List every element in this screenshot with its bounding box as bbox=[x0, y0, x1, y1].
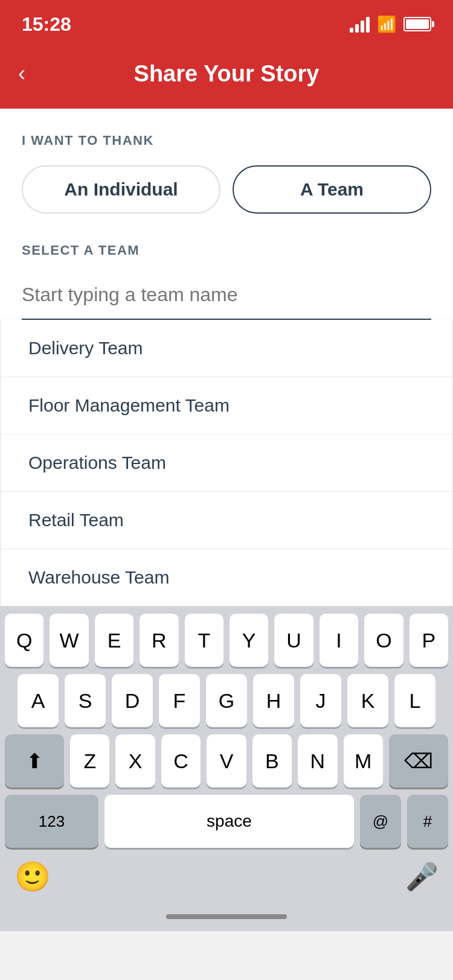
key-l[interactable]: L bbox=[394, 674, 435, 727]
select-team-section: SELECT A TEAM bbox=[22, 243, 431, 320]
status-icons: 📶 bbox=[350, 15, 431, 34]
keyboard-row-4: 123 space @ # bbox=[5, 795, 448, 848]
home-bar bbox=[166, 914, 287, 919]
thank-toggle-group: An Individual A Team bbox=[22, 165, 431, 214]
keyboard: Q W E R T Y U I O P A S D F G H J K L ⬆ … bbox=[0, 606, 453, 908]
main-content: I WANT TO THANK An Individual A Team SEL… bbox=[0, 109, 453, 606]
key-v[interactable]: V bbox=[207, 734, 246, 788]
at-key[interactable]: @ bbox=[360, 795, 401, 848]
team-button[interactable]: A Team bbox=[233, 165, 431, 214]
mic-button[interactable]: 🎤 bbox=[405, 861, 439, 892]
key-f[interactable]: F bbox=[159, 674, 200, 727]
select-team-label: SELECT A TEAM bbox=[22, 243, 431, 258]
backspace-key[interactable]: ⌫ bbox=[389, 734, 448, 788]
team-option-warehouse[interactable]: Warehouse Team bbox=[1, 549, 452, 606]
page-title: Share Your Story bbox=[134, 61, 320, 87]
key-c[interactable]: C bbox=[161, 734, 201, 788]
key-k[interactable]: K bbox=[347, 674, 388, 727]
key-d[interactable]: D bbox=[112, 674, 153, 727]
key-h[interactable]: H bbox=[253, 674, 294, 727]
keyboard-row-2: A S D F G H J K L bbox=[5, 674, 448, 727]
key-j[interactable]: J bbox=[300, 674, 341, 727]
key-n[interactable]: N bbox=[298, 734, 337, 788]
status-bar: 15:28 📶 bbox=[0, 0, 453, 48]
team-option-operations[interactable]: Operations Team bbox=[1, 434, 452, 492]
key-a[interactable]: A bbox=[18, 674, 59, 727]
key-w[interactable]: W bbox=[50, 614, 88, 667]
key-z[interactable]: Z bbox=[70, 734, 109, 788]
wifi-icon: 📶 bbox=[377, 15, 396, 34]
key-t[interactable]: T bbox=[185, 614, 223, 667]
team-option-delivery[interactable]: Delivery Team bbox=[1, 320, 452, 377]
team-dropdown: Delivery Team Floor Management Team Oper… bbox=[0, 320, 453, 606]
back-button[interactable]: ‹ bbox=[18, 61, 25, 86]
key-y[interactable]: Y bbox=[230, 614, 268, 667]
home-indicator bbox=[0, 908, 453, 931]
team-input-container bbox=[22, 275, 431, 320]
key-b[interactable]: B bbox=[252, 734, 292, 788]
team-search-input[interactable] bbox=[22, 275, 431, 319]
keyboard-row-3: ⬆ Z X C V B N M ⌫ bbox=[5, 734, 448, 788]
team-option-floor-management[interactable]: Floor Management Team bbox=[1, 377, 452, 434]
key-s[interactable]: S bbox=[65, 674, 106, 727]
key-r[interactable]: R bbox=[140, 614, 178, 667]
shift-key[interactable]: ⬆ bbox=[5, 734, 64, 788]
status-time: 15:28 bbox=[22, 13, 71, 36]
key-g[interactable]: G bbox=[206, 674, 247, 727]
signal-icon bbox=[350, 16, 370, 33]
key-u[interactable]: U bbox=[274, 614, 313, 667]
keyboard-row-1: Q W E R T Y U I O P bbox=[5, 614, 448, 667]
space-key[interactable]: space bbox=[104, 795, 354, 848]
key-e[interactable]: E bbox=[95, 614, 133, 667]
header: ‹ Share Your Story bbox=[0, 48, 453, 109]
team-option-retail[interactable]: Retail Team bbox=[1, 492, 452, 549]
key-x[interactable]: X bbox=[115, 734, 155, 788]
key-o[interactable]: O bbox=[364, 614, 403, 667]
keyboard-bottom-row: 🙂 🎤 bbox=[5, 855, 448, 903]
battery-icon bbox=[403, 17, 431, 31]
thank-label: I WANT TO THANK bbox=[22, 133, 431, 148]
key-p[interactable]: P bbox=[410, 614, 448, 667]
emoji-button[interactable]: 🙂 bbox=[14, 860, 51, 894]
hash-key[interactable]: # bbox=[407, 795, 448, 848]
numbers-key[interactable]: 123 bbox=[5, 795, 98, 848]
key-q[interactable]: Q bbox=[5, 614, 43, 667]
key-i[interactable]: I bbox=[320, 614, 358, 667]
key-m[interactable]: M bbox=[344, 734, 383, 788]
individual-button[interactable]: An Individual bbox=[22, 165, 220, 214]
